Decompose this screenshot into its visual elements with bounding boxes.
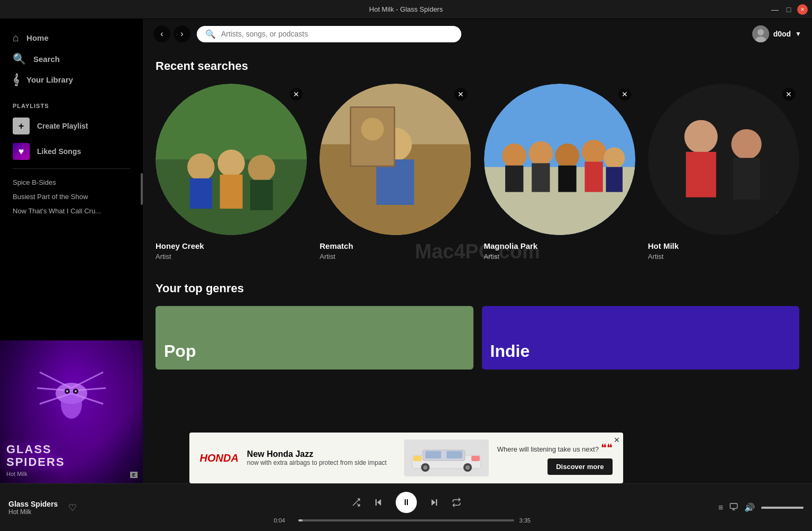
sidebar-item-library[interactable]: 𝄞 Your Library	[6, 69, 136, 90]
search-card-rematch[interactable]: ✕	[320, 84, 471, 260]
rematch-name: Rematch	[320, 241, 471, 250]
svg-point-56	[423, 465, 427, 470]
svg-rect-36	[505, 166, 523, 192]
art-artist-name: Hot Milk	[6, 471, 28, 477]
search-nav-icon: 🔍	[13, 52, 26, 65]
playlist-item-0[interactable]: Spice B-Sides	[0, 175, 143, 190]
volume-icon[interactable]: 🔊	[744, 502, 755, 512]
content-area: Recent searches ✕	[143, 59, 812, 382]
album-art: GLASSSPIDERS Hot Milk E	[0, 340, 143, 483]
liked-songs-button[interactable]: ♥ Liked Songs	[0, 139, 143, 164]
current-time: 0:04	[274, 517, 293, 524]
next-button[interactable]	[430, 498, 439, 507]
pause-button[interactable]: ⏸	[396, 492, 417, 513]
svg-point-13	[758, 29, 764, 35]
search-input[interactable]	[221, 30, 453, 38]
svg-point-18	[187, 154, 215, 181]
repeat-button[interactable]	[452, 498, 461, 507]
liked-songs-icon: ♥	[13, 143, 30, 160]
search-card-magnolia-park[interactable]: ✕	[484, 84, 635, 260]
svg-rect-50	[733, 158, 760, 200]
hot-milk-play-button[interactable]: ⏸	[774, 210, 795, 231]
ad-subtext: now with extra airbags to protect from s…	[247, 459, 396, 466]
player-artist-name: Hot Milk	[8, 508, 58, 516]
queue-button[interactable]: ≡	[718, 503, 723, 512]
ad-logo: HONDA	[200, 452, 239, 464]
avatar	[752, 25, 769, 42]
window-title: Hot Milk - Glass Spiders	[369, 5, 443, 13]
svg-rect-38	[532, 163, 550, 192]
search-icon: 🔍	[205, 29, 216, 39]
shuffle-button[interactable]	[351, 498, 361, 507]
ad-banner: HONDA New Honda Jazz now with extra airb…	[189, 433, 623, 483]
svg-rect-19	[189, 178, 212, 209]
sidebar-search-label: Search	[33, 55, 60, 64]
close-button[interactable]: ×	[797, 4, 808, 15]
svg-rect-42	[585, 161, 603, 192]
ad-discover-button[interactable]: Discover more	[548, 458, 612, 475]
player-heart-button[interactable]: ♡	[68, 502, 77, 514]
player-controls: ⏸ 0:04 3:35	[167, 492, 645, 524]
svg-rect-66	[436, 499, 437, 506]
rematch-image	[320, 84, 471, 235]
create-playlist-button[interactable]: + Create Playlist	[0, 113, 143, 139]
rematch-type: Artist	[320, 253, 471, 260]
magnolia-park-name: Magnolia Park	[484, 241, 635, 250]
player-bar: Glass Spiders Hot Milk ♡ ⏸	[0, 483, 812, 531]
ad-headline: New Honda Jazz	[247, 449, 396, 459]
genre-card-indie[interactable]: Indie	[482, 306, 800, 370]
user-menu[interactable]: d0od ▼	[752, 25, 801, 42]
player-progress: 0:04 3:35	[274, 517, 539, 524]
svg-point-35	[502, 143, 526, 168]
dismiss-rematch[interactable]: ✕	[454, 88, 467, 101]
genre-indie-label: Indie	[490, 341, 530, 361]
svg-rect-59	[413, 456, 422, 461]
svg-marker-63	[377, 499, 381, 506]
svg-rect-40	[558, 166, 576, 192]
playlist-item-2[interactable]: Now That's What I Call Cru...	[0, 204, 143, 218]
maximize-button[interactable]: □	[783, 4, 794, 15]
sidebar-item-home[interactable]: ⌂ Home	[6, 28, 136, 48]
sidebar-playlists: Spice B-Sides Busiest Part of the Show N…	[0, 173, 143, 340]
forward-button[interactable]: ›	[174, 25, 190, 42]
search-card-hot-milk[interactable]: ✕ ⏸ Hot Milk Ar	[648, 84, 799, 260]
svg-point-43	[604, 147, 625, 168]
svg-rect-54	[446, 451, 462, 458]
sidebar-divider	[13, 168, 130, 169]
app-layout: ⌂ Home 🔍 Search 𝄞 Your Library PLAYLISTS…	[0, 19, 812, 483]
genre-card-pop[interactable]: Pop	[156, 306, 473, 370]
volume-fill	[761, 507, 804, 509]
volume-bar[interactable]	[761, 507, 804, 509]
player-track-name: Glass Spiders	[8, 500, 58, 508]
genre-grid: Pop Indie	[156, 306, 799, 370]
search-bar[interactable]: 🔍	[197, 26, 461, 42]
devices-button[interactable]	[729, 502, 738, 513]
previous-button[interactable]	[373, 498, 383, 507]
minimize-button[interactable]: —	[770, 4, 780, 15]
svg-rect-21	[220, 175, 243, 209]
ad-close-button[interactable]: ✕	[614, 436, 620, 444]
total-time: 3:35	[519, 517, 539, 524]
svg-point-22	[248, 155, 276, 183]
dismiss-honey-creek[interactable]: ✕	[290, 88, 303, 101]
liked-songs-label: Liked Songs	[37, 147, 81, 156]
dismiss-magnolia-park[interactable]: ✕	[618, 88, 631, 101]
sidebar-item-search[interactable]: 🔍 Search	[6, 48, 136, 69]
svg-point-31	[361, 118, 384, 140]
svg-point-49	[731, 129, 761, 159]
title-bar: Hot Milk - Glass Spiders — □ ×	[0, 0, 812, 19]
svg-rect-23	[250, 180, 273, 210]
ad-text: New Honda Jazz now with extra airbags to…	[247, 449, 396, 466]
back-button[interactable]: ‹	[153, 25, 170, 42]
genre-pop-label: Pop	[164, 341, 196, 361]
dismiss-hot-milk[interactable]: ✕	[782, 88, 795, 101]
playlists-section-label: PLAYLISTS	[0, 94, 143, 113]
progress-bar[interactable]	[298, 519, 514, 521]
svg-rect-53	[425, 451, 441, 458]
honey-creek-image	[156, 84, 307, 235]
playlist-item-1[interactable]: Busiest Part of the Show	[0, 190, 143, 204]
svg-point-39	[555, 143, 579, 168]
chevron-down-icon: ▼	[795, 30, 801, 38]
sidebar-library-label: Your Library	[26, 75, 73, 84]
search-card-honey-creek[interactable]: ✕	[156, 84, 307, 260]
